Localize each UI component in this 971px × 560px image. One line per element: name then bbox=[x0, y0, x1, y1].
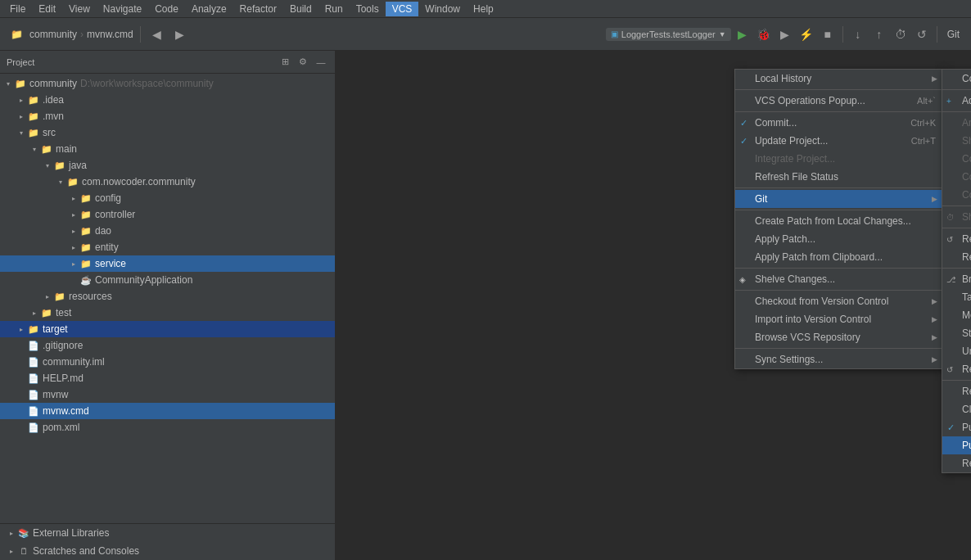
git-unstash[interactable]: UnStash Changes... bbox=[942, 342, 971, 360]
vcs-refresh[interactable]: Refresh File Status bbox=[735, 168, 942, 186]
check-icon: ✓ bbox=[740, 118, 747, 129]
coverage-btn[interactable]: ▶ bbox=[775, 25, 795, 44]
tree-item[interactable]: ▸ 📁 entity bbox=[0, 239, 335, 255]
tree-item[interactable]: ▾ 📁 community D:\work\workspace\communit… bbox=[0, 75, 335, 92]
git-merge[interactable]: Merge Changes... bbox=[942, 306, 971, 324]
tree-item[interactable]: ▾ 📁 src bbox=[0, 124, 335, 141]
menu-code[interactable]: Code bbox=[148, 2, 185, 16]
sidebar-expand-btn[interactable]: ⊞ bbox=[278, 55, 292, 70]
sidebar-gear-btn[interactable]: ⚙ bbox=[296, 55, 310, 70]
tree-label: test bbox=[56, 307, 71, 318]
sidebar-title: Project bbox=[7, 57, 274, 67]
vcs-commit[interactable]: ✓ Commit... Ctrl+K bbox=[735, 114, 942, 132]
tree-item-service[interactable]: ▸ 📁 service bbox=[0, 255, 335, 272]
vcs-history-btn[interactable]: ⏱ bbox=[891, 25, 910, 44]
menu-build[interactable]: Build bbox=[283, 2, 318, 16]
vcs-sync[interactable]: Sync Settings... ▶ bbox=[735, 350, 942, 368]
run-config[interactable]: ▣ LoggerTests.testLogger ▼ bbox=[606, 28, 731, 41]
tree-item[interactable]: ▸ 📁 .idea bbox=[0, 92, 335, 108]
tree-item[interactable]: ▸ 📁 resources bbox=[0, 288, 335, 305]
git-remotes[interactable]: Remotes... bbox=[942, 382, 971, 400]
tree-item[interactable]: ▸ 📁 test bbox=[0, 305, 335, 321]
vcs-create-patch[interactable]: Create Patch from Local Changes... bbox=[735, 212, 942, 230]
vcs-apply-patch[interactable]: Apply Patch... bbox=[735, 230, 942, 248]
vcs-apply-clipboard[interactable]: Apply Patch from Clipboard... bbox=[735, 248, 942, 266]
toolbar-separator bbox=[140, 26, 141, 43]
menu-edit[interactable]: Edit bbox=[32, 2, 62, 16]
profile-btn[interactable]: ⚡ bbox=[797, 25, 816, 44]
git-resolve[interactable]: Resolve Conflicts... bbox=[942, 248, 971, 266]
git-tag[interactable]: Tag... bbox=[942, 288, 971, 306]
tree-item[interactable]: ▾ 📁 com.nowcoder.community bbox=[0, 174, 335, 190]
menu-file[interactable]: File bbox=[3, 2, 32, 16]
menu-refactor[interactable]: Refactor bbox=[233, 2, 283, 16]
commit-label: Commit... bbox=[755, 117, 797, 129]
tree-item[interactable]: ▸ 📁 dao bbox=[0, 223, 335, 239]
vcs-checkout[interactable]: Checkout from Version Control ▶ bbox=[735, 292, 942, 310]
breadcrumb-file[interactable]: mvnw.cmd bbox=[87, 29, 133, 40]
back-btn[interactable]: ◀ bbox=[147, 25, 167, 44]
run-btn[interactable]: ▶ bbox=[733, 25, 752, 44]
tree-item[interactable]: ▸ 📁 config bbox=[0, 190, 335, 206]
tree-item[interactable]: ▸ 📄 community.iml bbox=[0, 354, 335, 370]
check-icon: ✓ bbox=[947, 422, 955, 433]
vcs-revert-btn[interactable]: ↺ bbox=[912, 25, 932, 44]
tree-item[interactable]: ▸ 📄 .gitignore bbox=[0, 337, 335, 354]
merge-label: Merge Changes... bbox=[962, 309, 971, 321]
git-branches[interactable]: ⎇ Branches... Ctrl+Shift+` bbox=[942, 270, 971, 288]
stop-btn[interactable]: ■ bbox=[818, 25, 838, 44]
tree-item-target[interactable]: ▸ 📁 target bbox=[0, 321, 335, 337]
vcs-update[interactable]: ✓ Update Project... Ctrl+T bbox=[735, 132, 942, 150]
tree-item[interactable]: ▸ 📄 mvnw bbox=[0, 386, 335, 403]
tree-item[interactable]: ▸ 📄 pom.xml bbox=[0, 419, 335, 436]
tree-item[interactable]: ▾ 📁 java bbox=[0, 157, 335, 174]
stash-label: Stash Changes... bbox=[962, 327, 971, 339]
separator bbox=[735, 348, 942, 349]
menu-help[interactable]: Help bbox=[467, 2, 500, 16]
vcs-git[interactable]: Git ▶ bbox=[735, 190, 942, 208]
git-revert[interactable]: ↺ Revert... Ctrl+Alt+Z bbox=[942, 230, 971, 248]
vcs-shelve[interactable]: ◈ Shelve Changes... bbox=[735, 270, 942, 288]
separator bbox=[942, 111, 971, 112]
tree-item[interactable]: ▸ 📄 HELP.md bbox=[0, 370, 335, 386]
menu-tools[interactable]: Tools bbox=[350, 2, 386, 16]
external-libraries-item[interactable]: ▸ 📚 External Libraries bbox=[0, 524, 335, 542]
menu-view[interactable]: View bbox=[62, 2, 97, 16]
vcs-update-btn[interactable]: ↓ bbox=[848, 25, 868, 44]
breadcrumb-project[interactable]: community bbox=[29, 29, 77, 40]
git-push[interactable]: Push... Ctrl+Shift+K bbox=[942, 436, 971, 454]
vcs-browse[interactable]: Browse VCS Repository ▶ bbox=[735, 328, 942, 346]
tree-item[interactable]: ▸ ☕ CommunityApplication bbox=[0, 272, 335, 288]
submenu-arrow-icon: ▶ bbox=[932, 315, 937, 323]
tree-item[interactable]: ▸ 📁 controller bbox=[0, 206, 335, 223]
git-stash[interactable]: Stash Changes... bbox=[942, 324, 971, 342]
vcs-import[interactable]: Import into Version Control ▶ bbox=[735, 310, 942, 328]
git-clone[interactable]: Clone... bbox=[942, 400, 971, 418]
git-commit-dir[interactable]: Commit Directory... bbox=[942, 70, 971, 88]
menu-analyze[interactable]: Analyze bbox=[185, 2, 233, 16]
menu-run[interactable]: Run bbox=[318, 2, 350, 16]
vcs-push-btn[interactable]: ↑ bbox=[869, 25, 889, 44]
folder-icon: 📁 bbox=[67, 176, 79, 187]
git-add[interactable]: + Add Ctrl+Alt+A bbox=[942, 92, 971, 110]
xml-icon: 📄 bbox=[28, 422, 39, 433]
tree-arrow: ▸ bbox=[69, 242, 79, 252]
tree-item[interactable]: ▾ 📁 main bbox=[0, 141, 335, 157]
project-icon: 📁 bbox=[7, 25, 26, 44]
sidebar-hide-btn[interactable]: — bbox=[314, 55, 328, 70]
breadcrumb-sep: › bbox=[80, 29, 84, 40]
menu-vcs[interactable]: VCS bbox=[386, 2, 419, 16]
debug-btn[interactable]: 🐞 bbox=[754, 25, 774, 44]
vcs-local-history[interactable]: Local History ▶ bbox=[735, 70, 942, 88]
git-reset-head[interactable]: ↺ Reset HEAD... bbox=[942, 360, 971, 378]
vcs-popup[interactable]: VCS Operations Popup... Alt+` bbox=[735, 92, 942, 110]
tree-item[interactable]: ▸ 📁 .mvn bbox=[0, 108, 335, 124]
menu-navigate[interactable]: Navigate bbox=[97, 2, 148, 16]
tree-item-mvnw-cmd[interactable]: ▸ 📄 mvnw.cmd bbox=[0, 403, 335, 419]
menu-window[interactable]: Window bbox=[418, 2, 467, 16]
scratches-item[interactable]: ▸ 🗒 Scratches and Consoles bbox=[0, 542, 335, 560]
forward-btn[interactable]: ▶ bbox=[170, 25, 190, 44]
separator bbox=[942, 228, 971, 228]
git-rebase[interactable]: Rebase... bbox=[942, 454, 971, 472]
git-pull[interactable]: ✓ Pull... bbox=[942, 418, 971, 436]
